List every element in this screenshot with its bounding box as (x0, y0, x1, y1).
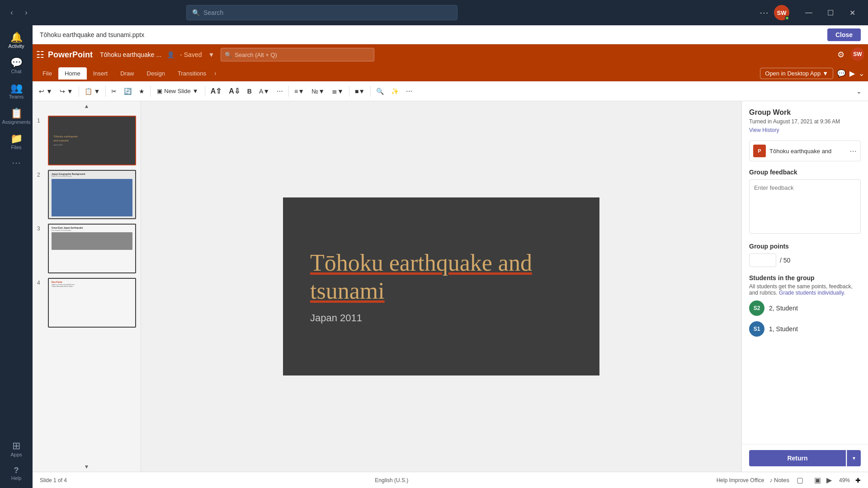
feedback-input[interactable] (749, 179, 861, 234)
sidebar-item-teams[interactable]: 👥 Teams (3, 80, 30, 103)
copy-button[interactable]: 🔄 (121, 86, 134, 97)
slide-main-subtitle: Japan 2011 (310, 312, 362, 324)
font-size-decrease-button[interactable]: A⇩ (226, 85, 243, 97)
view-buttons: ▢ ⁤ ▣ ▶ (795, 475, 834, 485)
help-label: Help (11, 475, 22, 481)
sidebar-item-files[interactable]: 📁 Files (3, 130, 30, 154)
user-avatar[interactable]: SW (774, 5, 789, 20)
slideshow-button[interactable]: ▶ (825, 475, 834, 485)
more-ribbon-btn[interactable]: ⌄ (859, 69, 864, 78)
file-item[interactable]: P Tōhoku earthquake and ⋯ (749, 141, 861, 161)
more-options-icon[interactable]: ⋯ (760, 7, 769, 18)
notes-label: Notes (774, 477, 789, 483)
ppt-user-avatar[interactable]: SW (851, 47, 864, 61)
align-button[interactable]: ≣▼ (329, 86, 346, 97)
tab-insert[interactable]: Insert (87, 67, 114, 80)
sidebar-item-apps[interactable]: ⊞ Apps (3, 437, 30, 461)
chat-icon: 💬 (10, 58, 23, 68)
tab-draw[interactable]: Draw (114, 67, 140, 80)
reading-view-button[interactable]: ▣ (812, 475, 823, 485)
open-desktop-button[interactable]: Open in Desktop App ▼ (760, 68, 833, 79)
format-painter-button[interactable]: ★ (136, 86, 147, 97)
notes-button[interactable]: ♪ Notes (770, 477, 789, 483)
sidebar-item-chat[interactable]: 💬 Chat (3, 54, 30, 78)
sidebar-item-assignments[interactable]: 📋 Assignments (3, 105, 30, 128)
comment-button[interactable]: 💬 (837, 69, 846, 78)
ppt-search-box[interactable]: 🔍 (221, 48, 374, 61)
return-button[interactable]: Return (749, 450, 846, 466)
tab-design[interactable]: Design (141, 67, 171, 80)
undo-button[interactable]: ↩ ▼ (36, 86, 55, 97)
right-panel-inner: Group Work Turned in August 17, 2021 at … (742, 101, 868, 444)
slide-thumbnail-3[interactable]: 3 Great East Japan Earthquake The moveme… (36, 223, 137, 274)
new-slide-button[interactable]: ▣ Home New Slide ▼ (153, 86, 202, 96)
view-history-link[interactable]: View History (749, 127, 779, 133)
present-button[interactable]: ▶ (849, 69, 855, 78)
scroll-up-arrow[interactable]: ▲ (33, 101, 141, 111)
help-improve[interactable]: Help Improve Office (717, 477, 764, 483)
find-button[interactable]: 🔍 (373, 86, 387, 97)
font-color-button[interactable]: A▼ (256, 86, 272, 97)
close-window-button[interactable]: ✕ (842, 5, 863, 20)
settings-button[interactable]: ⚙ (834, 47, 848, 62)
more-format-button[interactable]: ⋯ (403, 86, 415, 97)
slide-main-title: Tōhoku earthquake and tsunami (310, 249, 572, 305)
dropdown-arrow-saved[interactable]: ▼ (208, 51, 214, 58)
search-input[interactable] (203, 9, 452, 16)
slide-thumbnail-1[interactable]: 1 Tōhoku earthquakeand tsunami Japan 201… (36, 115, 137, 166)
font-size-increase-button[interactable]: A⇧ (208, 85, 225, 97)
bullets-button[interactable]: ≡▼ (292, 86, 307, 97)
cut-button[interactable]: ✂ (108, 86, 119, 97)
activity-label: Activity (9, 43, 24, 49)
student-avatar-2: S2 (749, 300, 764, 316)
ppt-search-input[interactable] (235, 52, 370, 58)
app-grid-icon[interactable]: ☷ (36, 49, 44, 60)
minimize-button[interactable]: — (798, 5, 819, 20)
scroll-down-arrow[interactable]: ▼ (33, 462, 141, 472)
slide-thumbnail-4[interactable]: 4 Key Facts Japan is a country surrounde… (36, 277, 137, 328)
sidebar-item-help[interactable]: ? Help (3, 463, 30, 484)
ribbon-tabs: File Home Insert Draw Design Transitions… (33, 65, 868, 81)
thumb-subtitle-1: Japan 2011 (53, 144, 63, 146)
formatting-toolbar: ↩ ▼ ↪ ▼ 📋 ▼ ✂ 🔄 ★ ▣ Home New Slide ▼ A⇧ … (33, 81, 868, 101)
student-name-1: 1, Student (769, 325, 798, 333)
tab-home[interactable]: Home (58, 67, 87, 80)
maximize-button[interactable]: ☐ (820, 5, 841, 20)
slide-thumb-4: Key Facts Japan is a country surrounded … (48, 278, 136, 328)
slide-info: Slide 1 of 4 (40, 477, 67, 483)
smart-art-button[interactable]: ✨ (388, 86, 401, 97)
bold-button[interactable]: B (245, 86, 255, 97)
redo-button[interactable]: ↪ ▼ (57, 86, 76, 97)
numbering-button[interactable]: №▼ (309, 86, 327, 97)
back-button[interactable]: ‹ (5, 6, 18, 19)
students-title: Students in the group (749, 274, 861, 282)
file-more-icon[interactable]: ⋯ (849, 147, 857, 155)
more-tabs-arrow[interactable]: › (214, 70, 217, 77)
search-bar[interactable]: 🔍 (186, 5, 458, 20)
apps-label: Apps (10, 452, 22, 457)
paste-button[interactable]: 📋 ▼ (82, 86, 103, 97)
tab-file[interactable]: File (36, 67, 58, 80)
points-input[interactable] (749, 253, 776, 267)
slide-sorter-button[interactable]: ⁤ (807, 475, 811, 485)
sidebar-item-activity[interactable]: 🔔 Activity (3, 29, 30, 52)
tab-transitions[interactable]: Transitions (171, 67, 212, 80)
group-work-title: Group Work (749, 108, 861, 117)
shapes-button[interactable]: ■▼ (352, 86, 368, 97)
more-text-button[interactable]: ⋯ (274, 86, 286, 97)
app-name: PowerPoint (48, 50, 93, 60)
normal-view-button[interactable]: ▢ (795, 475, 805, 485)
slide-canvas[interactable]: Tōhoku earthquake and tsunami Japan 2011 (283, 197, 599, 375)
more-apps-dots[interactable]: ⋯ (12, 157, 21, 168)
left-sidebar: 🔔 Activity 💬 Chat 👥 Teams 📋 Assignments … (0, 25, 33, 488)
new-slide-icon: ▣ (157, 88, 162, 94)
forward-button[interactable]: › (20, 6, 33, 19)
assignments-icon: 📋 (10, 108, 23, 118)
return-dropdown-button[interactable]: ▾ (847, 450, 861, 466)
online-indicator (785, 16, 789, 20)
collapse-ribbon-button[interactable]: ⌄ (854, 86, 864, 97)
fit-slide-button[interactable]: ✚ (855, 477, 861, 484)
close-panel-button[interactable]: Close (827, 28, 861, 41)
grade-individually-link[interactable]: Grade students individually. (779, 290, 845, 296)
slide-thumbnail-2[interactable]: 2 Japan Geographic Background Ring of Fi… (36, 169, 137, 221)
